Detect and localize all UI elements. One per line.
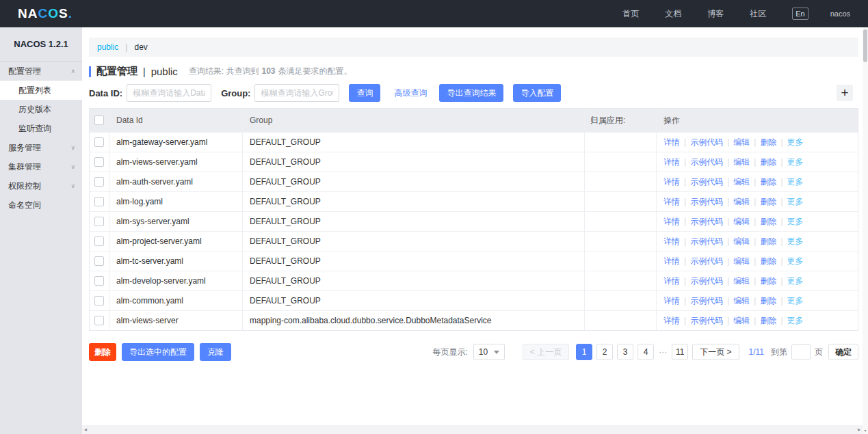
- import-config-button[interactable]: 导入配置: [513, 84, 561, 102]
- delete-link[interactable]: 删除: [760, 157, 776, 168]
- topbar-nav-link[interactable]: 社区: [750, 8, 766, 20]
- more-link[interactable]: 更多: [787, 275, 804, 287]
- delete-link[interactable]: 删除: [760, 176, 776, 188]
- clone-button[interactable]: 克隆: [200, 343, 231, 361]
- sidebar-item[interactable]: 权限控制 ∨: [0, 176, 82, 195]
- sample-code-link[interactable]: 示例代码: [690, 236, 723, 247]
- more-link[interactable]: 更多: [787, 196, 804, 208]
- details-link[interactable]: 详情: [663, 157, 680, 168]
- sample-code-link[interactable]: 示例代码: [690, 137, 723, 148]
- edit-link[interactable]: 编辑: [733, 137, 750, 148]
- delete-link[interactable]: 删除: [760, 196, 776, 208]
- sidebar-item[interactable]: 服务管理 ∨: [0, 138, 82, 157]
- sample-code-link[interactable]: 示例代码: [690, 315, 723, 327]
- sidebar-item[interactable]: 集群管理 ∨: [0, 157, 82, 176]
- sidebar-item[interactable]: 配置管理 ∧: [0, 62, 82, 81]
- export-selected-button[interactable]: 导出选中的配置: [122, 343, 194, 361]
- details-link[interactable]: 详情: [663, 315, 680, 327]
- vertical-scrollbar[interactable]: ▾: [863, 27, 868, 434]
- row-checkbox[interactable]: [94, 137, 104, 147]
- page-button[interactable]: 11: [672, 344, 688, 360]
- batch-delete-button[interactable]: 删除: [89, 343, 116, 361]
- delete-link[interactable]: 删除: [760, 137, 776, 148]
- goto-page-input[interactable]: [791, 344, 811, 360]
- scroll-right-icon[interactable]: ▸: [858, 425, 860, 434]
- more-link[interactable]: 更多: [787, 236, 804, 247]
- more-link[interactable]: 更多: [787, 295, 804, 307]
- row-checkbox[interactable]: [94, 217, 104, 226]
- delete-link[interactable]: 删除: [760, 275, 776, 287]
- details-link[interactable]: 详情: [663, 196, 680, 208]
- row-checkbox[interactable]: [94, 296, 104, 306]
- select-all-checkbox[interactable]: [94, 116, 104, 125]
- horizontal-scrollbar[interactable]: ◂ ▸: [82, 425, 863, 434]
- edit-link[interactable]: 编辑: [733, 315, 750, 327]
- add-config-button[interactable]: +: [837, 85, 853, 101]
- more-link[interactable]: 更多: [787, 256, 804, 267]
- row-checkbox[interactable]: [94, 316, 104, 325]
- data-id-input[interactable]: [127, 84, 211, 102]
- page-button[interactable]: 2: [596, 344, 613, 360]
- sample-code-link[interactable]: 示例代码: [690, 295, 723, 307]
- query-button[interactable]: 查询: [349, 84, 380, 102]
- sidebar-item[interactable]: 配置列表: [0, 81, 82, 100]
- edit-link[interactable]: 编辑: [733, 295, 750, 307]
- sidebar-item[interactable]: 历史版本: [0, 100, 82, 119]
- sample-code-link[interactable]: 示例代码: [690, 157, 723, 168]
- next-page-button[interactable]: 下一页 >: [692, 344, 739, 360]
- sidebar-item[interactable]: 监听查询: [0, 119, 82, 138]
- row-checkbox[interactable]: [94, 197, 104, 206]
- more-link[interactable]: 更多: [787, 216, 804, 228]
- row-checkbox[interactable]: [94, 157, 104, 167]
- logged-in-user[interactable]: nacos: [830, 10, 850, 18]
- details-link[interactable]: 详情: [663, 295, 680, 307]
- scroll-left-icon[interactable]: ◂: [84, 425, 87, 434]
- details-link[interactable]: 详情: [663, 176, 680, 188]
- details-link[interactable]: 详情: [663, 137, 680, 148]
- edit-link[interactable]: 编辑: [733, 157, 750, 168]
- delete-link[interactable]: 删除: [760, 295, 776, 307]
- edit-link[interactable]: 编辑: [733, 256, 750, 267]
- topbar-nav-link[interactable]: 文档: [665, 8, 681, 20]
- more-link[interactable]: 更多: [787, 157, 804, 168]
- namespace-tab-dev[interactable]: dev: [134, 42, 147, 52]
- sample-code-link[interactable]: 示例代码: [690, 196, 723, 208]
- group-input[interactable]: [254, 84, 339, 102]
- row-checkbox[interactable]: [94, 177, 104, 187]
- page-button[interactable]: ···: [658, 344, 668, 360]
- page-size-select[interactable]: 10: [473, 344, 505, 360]
- more-link[interactable]: 更多: [787, 315, 804, 327]
- sidebar-item[interactable]: 命名空间: [0, 195, 82, 215]
- sample-code-link[interactable]: 示例代码: [690, 176, 723, 188]
- details-link[interactable]: 详情: [663, 236, 680, 247]
- row-checkbox[interactable]: [94, 276, 104, 286]
- prev-page-button[interactable]: < 上一页: [523, 344, 569, 360]
- row-checkbox[interactable]: [94, 256, 104, 266]
- sample-code-link[interactable]: 示例代码: [690, 216, 723, 228]
- scroll-down-icon[interactable]: ▾: [863, 428, 868, 433]
- page-button[interactable]: 3: [617, 344, 633, 360]
- more-link[interactable]: 更多: [787, 176, 804, 188]
- row-checkbox[interactable]: [94, 236, 104, 246]
- delete-link[interactable]: 删除: [760, 216, 776, 228]
- sample-code-link[interactable]: 示例代码: [690, 275, 723, 287]
- edit-link[interactable]: 编辑: [733, 176, 750, 188]
- language-toggle-button[interactable]: En: [792, 8, 808, 20]
- goto-confirm-button[interactable]: 确定: [828, 344, 858, 360]
- topbar-nav-link[interactable]: 博客: [707, 8, 724, 20]
- edit-link[interactable]: 编辑: [733, 196, 750, 208]
- edit-link[interactable]: 编辑: [733, 216, 750, 228]
- export-results-button[interactable]: 导出查询结果: [439, 84, 503, 102]
- topbar-nav-link[interactable]: 首页: [622, 8, 639, 20]
- delete-link[interactable]: 删除: [760, 256, 776, 267]
- delete-link[interactable]: 删除: [760, 236, 776, 247]
- details-link[interactable]: 详情: [663, 275, 680, 287]
- edit-link[interactable]: 编辑: [733, 236, 750, 247]
- namespace-tab-public[interactable]: public: [97, 42, 118, 52]
- page-button[interactable]: 4: [637, 344, 654, 360]
- delete-link[interactable]: 删除: [760, 315, 776, 327]
- edit-link[interactable]: 编辑: [733, 275, 750, 287]
- more-link[interactable]: 更多: [787, 137, 804, 148]
- sample-code-link[interactable]: 示例代码: [690, 256, 723, 267]
- advanced-query-link[interactable]: 高级查询: [394, 87, 427, 99]
